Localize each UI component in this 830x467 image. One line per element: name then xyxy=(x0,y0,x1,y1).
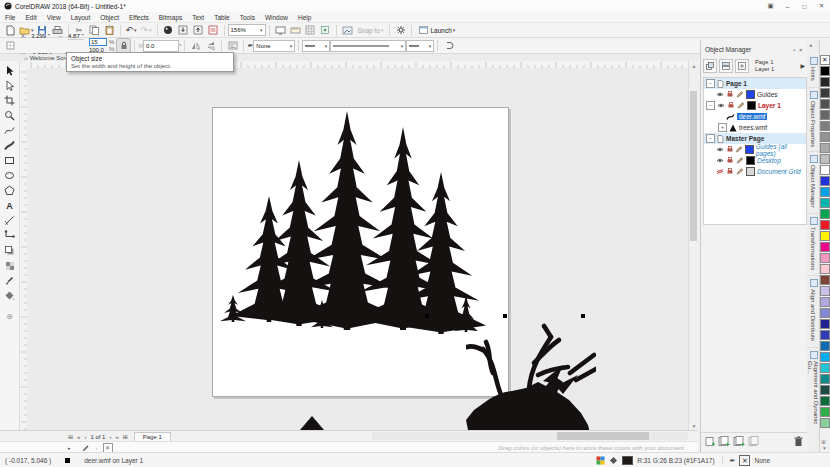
menu-bitmaps[interactable]: Bitmaps xyxy=(154,14,187,21)
rotation-field[interactable]: 0.0 xyxy=(143,40,179,52)
menu-text[interactable]: Text xyxy=(187,14,209,21)
palette-swatch[interactable] xyxy=(820,396,830,406)
visibility-eye-icon[interactable] xyxy=(716,91,724,98)
wrap-text-button[interactable] xyxy=(225,38,240,53)
vertical-scrollbar[interactable]: ▲ ▼ xyxy=(688,61,699,430)
tree-row-page1[interactable]: − Page 1 xyxy=(704,78,806,89)
palette-swatch[interactable] xyxy=(820,132,830,142)
printable-icon[interactable] xyxy=(726,146,734,153)
object-width-field[interactable]: 4.87 " xyxy=(68,33,83,40)
publish-pdf-button[interactable] xyxy=(206,23,221,38)
menu-tools[interactable]: Tools xyxy=(235,14,260,21)
palette-no-color-swatch[interactable]: ✕ xyxy=(820,55,830,65)
palette-swatch[interactable] xyxy=(820,407,830,417)
editable-pencil-icon[interactable] xyxy=(735,146,743,153)
page-1-tab[interactable]: Page 1 xyxy=(134,432,171,442)
object-origin-widget[interactable] xyxy=(3,38,18,53)
lock-ratio-button[interactable] xyxy=(116,38,131,53)
layer-color-swatch[interactable] xyxy=(746,156,755,165)
palette-swatch[interactable] xyxy=(820,374,830,384)
last-page-icon[interactable]: » xyxy=(115,434,118,440)
palette-swatch[interactable] xyxy=(820,154,830,164)
preview-mode-button[interactable] xyxy=(340,23,355,38)
palette-swatch[interactable] xyxy=(820,143,830,153)
eyedropper-icon[interactable] xyxy=(81,443,90,452)
panel-close-icon[interactable]: ✕ xyxy=(798,47,803,53)
dock-arrow-icon[interactable]: ▸ xyxy=(810,42,813,48)
om-flyout-arrow[interactable]: ▶ xyxy=(800,62,805,69)
editable-pencil-icon[interactable] xyxy=(736,91,744,98)
palette-swatch[interactable] xyxy=(820,165,830,175)
palette-swatch[interactable] xyxy=(820,385,830,395)
snap-to-dropdown[interactable]: Snap to▾ xyxy=(355,23,387,38)
palette-swatch[interactable] xyxy=(820,297,830,307)
layer-manager-view-button[interactable] xyxy=(719,59,733,73)
launch-button[interactable]: Launch▾ xyxy=(415,23,459,38)
menu-object[interactable]: Object xyxy=(95,14,124,21)
menu-layout[interactable]: Layout xyxy=(66,14,96,21)
outline-width-combo[interactable]: None▾ xyxy=(253,40,295,52)
user-account-icon[interactable]: ▣ xyxy=(762,1,779,11)
tree-row-trees[interactable]: + trees.wmf xyxy=(704,122,806,133)
layer-color-swatch[interactable] xyxy=(746,90,755,99)
minimize-button[interactable]: – xyxy=(779,1,796,11)
palette-swatch[interactable] xyxy=(820,264,830,274)
layer-color-swatch[interactable] xyxy=(746,167,755,176)
vertical-scroll-thumb[interactable] xyxy=(690,91,697,241)
tree-row-desktop[interactable]: Desktop xyxy=(704,155,806,166)
prev-page-icon[interactable]: ‹ xyxy=(84,434,86,440)
palette-swatch[interactable] xyxy=(820,77,830,87)
horizontal-scroll-thumb[interactable] xyxy=(557,432,649,440)
palette-expand-icon[interactable]: ⊕ xyxy=(821,438,826,445)
docker-tab-hints[interactable]: Hints xyxy=(807,54,819,88)
visibility-eye-icon[interactable] xyxy=(716,157,724,164)
zoom-level-combo[interactable]: 156%▾ xyxy=(228,24,266,36)
palette-swatch[interactable] xyxy=(820,363,830,373)
maximize-button[interactable]: □ xyxy=(796,1,813,11)
export-button[interactable] xyxy=(191,23,206,38)
visibility-eye-icon[interactable] xyxy=(717,102,725,109)
editable-pencil-icon[interactable] xyxy=(736,168,744,175)
expand-icon[interactable]: + xyxy=(718,123,727,132)
panel-flyout-icon[interactable]: ▪ xyxy=(793,47,795,53)
collapse-icon[interactable]: − xyxy=(706,79,715,88)
fullscreen-preview-button[interactable] xyxy=(273,23,288,38)
tree-row-guides[interactable]: Guides xyxy=(704,89,806,100)
palette-swatch[interactable] xyxy=(820,209,830,219)
mirror-vertical-button[interactable] xyxy=(203,38,218,53)
palette-swatch[interactable] xyxy=(820,341,830,351)
horizontal-scrollbar[interactable] xyxy=(372,432,688,440)
expand-layers-button[interactable] xyxy=(735,59,749,73)
rectangle-tool[interactable] xyxy=(2,153,18,168)
collapse-icon[interactable]: − xyxy=(706,134,715,143)
add-page-start-icon[interactable]: ⊞ xyxy=(68,433,73,440)
tree-row-layer1[interactable]: − Layer 1 xyxy=(704,100,806,111)
x-position-field[interactable]: 3.299 " xyxy=(31,33,50,39)
add-page-end-icon[interactable]: ⊞ xyxy=(123,433,128,440)
menu-help[interactable]: Help xyxy=(293,14,316,21)
show-object-properties-button[interactable] xyxy=(703,59,717,73)
menu-table[interactable]: Table xyxy=(209,14,235,21)
drop-shadow-tool[interactable] xyxy=(2,243,18,258)
deer-artwork[interactable] xyxy=(466,318,596,430)
tree-row-document-grid[interactable]: Document Grid xyxy=(704,166,806,177)
palette-swatch[interactable] xyxy=(820,418,830,428)
line-style-combo[interactable]: ▾ xyxy=(330,40,406,52)
tree-row-guides-all[interactable]: Guides (all pages) xyxy=(704,144,806,155)
view-grid-button[interactable] xyxy=(303,23,318,38)
new-master-layer-even-button[interactable] xyxy=(748,436,760,447)
palette-swatch[interactable] xyxy=(820,88,830,98)
text-tool[interactable]: A xyxy=(2,198,18,213)
new-master-layer-odd-button[interactable] xyxy=(733,436,745,447)
menu-view[interactable]: View xyxy=(42,14,66,21)
interactive-fill-tool[interactable] xyxy=(2,288,18,303)
menu-edit[interactable]: Edit xyxy=(20,14,41,21)
palette-swatch[interactable] xyxy=(820,330,830,340)
connector-tool[interactable] xyxy=(2,228,18,243)
menu-window[interactable]: Window xyxy=(260,14,293,21)
docker-tab-align-distribute[interactable]: Align and Distribute xyxy=(807,276,819,348)
zoom-tool[interactable] xyxy=(2,108,18,123)
next-page-icon[interactable]: › xyxy=(109,434,111,440)
docker-tab-object-manager[interactable]: Object Manager xyxy=(807,152,819,214)
layer-color-swatch[interactable] xyxy=(747,101,756,110)
